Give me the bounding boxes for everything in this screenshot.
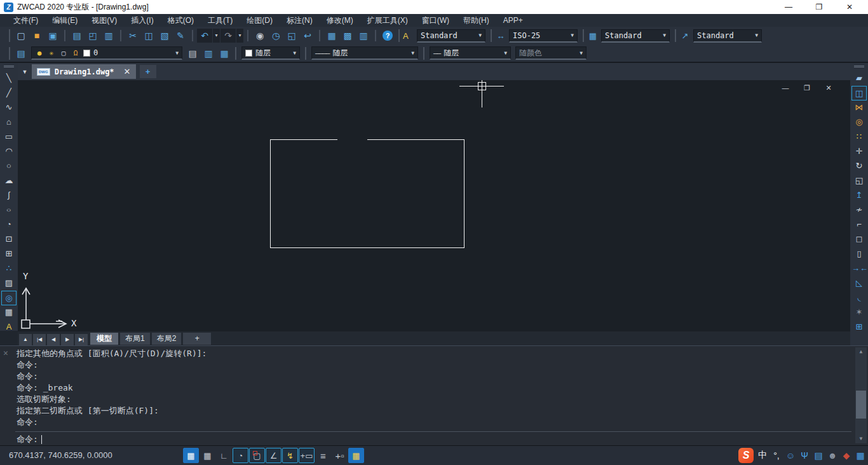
arc-icon[interactable]: ◠: [1, 144, 17, 159]
print-icon[interactable]: ▤: [69, 29, 85, 43]
menu-express-tools[interactable]: 扩展工具(X): [360, 14, 415, 27]
rectangle-entity-top-right-segment[interactable]: [367, 139, 464, 140]
plot-icon[interactable]: ▥: [101, 29, 116, 43]
ime-chinese-mode-icon[interactable]: 中: [757, 450, 768, 461]
layer-combo[interactable]: ● ✳ ▢ Ω 0 ▼: [31, 46, 182, 60]
erase-icon[interactable]: ▰: [851, 71, 867, 86]
scroll-up-icon[interactable]: ▲: [855, 347, 867, 356]
dyn-input-toggle[interactable]: ↯: [282, 448, 298, 463]
layer-manager-icon[interactable]: ▤: [13, 48, 29, 59]
doc-list-caret-icon[interactable]: ▼: [19, 69, 31, 75]
stretch-icon[interactable]: ↥: [851, 188, 867, 203]
mtext-icon[interactable]: A: [1, 320, 17, 335]
drawing-viewport[interactable]: —❐✕ Y X: [18, 80, 850, 331]
linetype-combo[interactable]: ———— 随层 ▼: [311, 46, 418, 60]
tab-new-layout[interactable]: +: [183, 333, 211, 345]
tab-layout1[interactable]: 布局1: [120, 333, 150, 345]
line-icon[interactable]: ╲: [1, 71, 17, 86]
status-menu-button[interactable]: ≡: [315, 448, 331, 463]
menu-app-plus[interactable]: APP+: [496, 14, 530, 27]
layer-previous-icon[interactable]: ▥: [201, 46, 216, 60]
properties-palette-icon[interactable]: ▦: [324, 29, 339, 43]
prev-tab-button[interactable]: ◀: [47, 334, 60, 345]
ime-skin-icon[interactable]: ◆: [841, 450, 851, 461]
menu-dimension[interactable]: 标注(N): [280, 14, 320, 27]
tab-model[interactable]: 模型: [90, 333, 118, 345]
rectangle-entity-right-edge[interactable]: [464, 139, 465, 247]
point-icon[interactable]: ∴: [1, 261, 17, 276]
polar-toggle[interactable]: ◔: [233, 448, 248, 463]
ellipse-icon[interactable]: ○: [1, 205, 17, 216]
scale-icon[interactable]: ◱: [851, 174, 867, 188]
otrack-toggle[interactable]: ∠: [266, 448, 281, 463]
ellipse-arc-icon[interactable]: ◔: [1, 218, 17, 232]
rectangle-entity-left-edge[interactable]: [270, 139, 271, 247]
save-file-icon[interactable]: ▣: [45, 29, 60, 43]
scrollbar-thumb[interactable]: [856, 391, 866, 419]
ime-keyboard-icon[interactable]: ▤: [813, 450, 824, 461]
revision-cloud-icon[interactable]: ☁: [1, 174, 17, 188]
first-tab-button[interactable]: |◀: [33, 334, 46, 345]
command-close-icon[interactable]: ✕: [3, 348, 8, 357]
make-block-icon[interactable]: ⊞: [1, 247, 17, 261]
annotation-scale-toggle[interactable]: ▦: [348, 448, 364, 463]
document-close-icon[interactable]: ✕: [124, 67, 131, 76]
join-icon[interactable]: →←: [851, 261, 867, 276]
drawing-restore-button[interactable]: ❐: [803, 84, 811, 92]
rectangle-icon[interactable]: ▭: [1, 130, 17, 144]
copy-clip-icon[interactable]: ◫: [141, 29, 156, 43]
redo-dropdown-icon[interactable]: ▾: [236, 29, 243, 43]
scroll-down-icon[interactable]: ▼: [855, 434, 867, 443]
zoom-previous-icon[interactable]: ↩: [300, 29, 315, 43]
document-tab[interactable]: DWG Drawing1.dwg* ✕: [32, 64, 136, 79]
menu-view[interactable]: 视图(V): [85, 14, 124, 27]
menu-window[interactable]: 窗口(W): [415, 14, 456, 27]
text-style-combo[interactable]: Standard ▼: [417, 29, 485, 43]
snap-toggle[interactable]: ▦: [183, 448, 199, 463]
make-object-layer-current-icon[interactable]: ▤: [185, 46, 200, 60]
ime-toolbox-icon[interactable]: ▦: [855, 450, 865, 461]
hatch-icon[interactable]: ▨: [1, 276, 17, 291]
drawing-minimize-button[interactable]: —: [782, 84, 789, 92]
add-scale-button[interactable]: +▫: [332, 448, 348, 463]
menu-tools[interactable]: 工具(T): [201, 14, 240, 27]
offset-icon[interactable]: ◎: [851, 115, 867, 130]
command-input[interactable]: 命令:: [17, 434, 42, 445]
region-icon[interactable]: ◎: [1, 291, 17, 305]
ortho-toggle[interactable]: ∟: [216, 448, 232, 463]
tab-layout2[interactable]: 布局2: [152, 333, 182, 345]
paste-icon[interactable]: ▧: [157, 29, 172, 43]
menu-modify[interactable]: 修改(M): [320, 14, 360, 27]
help-icon[interactable]: ?: [383, 31, 393, 41]
ime-emoji-icon[interactable]: ☺: [785, 450, 796, 461]
plotstyle-combo[interactable]: 随颜色 ▼: [515, 46, 587, 60]
explode-icon[interactable]: ✶: [851, 305, 867, 320]
grid-toggle[interactable]: ▦: [200, 448, 215, 463]
zoom-window-icon[interactable]: ◱: [284, 29, 299, 43]
redo-icon[interactable]: ↷: [220, 29, 236, 43]
menu-file[interactable]: 文件(F): [6, 14, 45, 27]
lineweight-combo[interactable]: —— 随层 ▼: [430, 46, 511, 60]
ime-account-icon[interactable]: ☻: [827, 450, 837, 461]
rotate-icon[interactable]: ↻: [851, 159, 867, 174]
menu-help[interactable]: 帮助(H): [456, 14, 496, 27]
new-document-button[interactable]: +: [140, 65, 156, 78]
print-preview-icon[interactable]: ◰: [85, 29, 100, 43]
polyline-icon[interactable]: ∿: [1, 101, 17, 115]
break-at-point-icon[interactable]: ◻: [851, 232, 867, 247]
undo-dropdown-icon[interactable]: ▾: [213, 29, 220, 43]
open-file-icon[interactable]: ■: [29, 29, 44, 43]
menu-format[interactable]: 格式(O): [161, 14, 201, 27]
construction-line-icon[interactable]: ╱: [1, 86, 17, 101]
ime-voice-icon[interactable]: Ψ: [799, 450, 810, 461]
tool-palettes-icon[interactable]: ▥: [356, 29, 371, 43]
ime-punctuation-icon[interactable]: °,: [771, 450, 782, 461]
move-icon[interactable]: ✛: [851, 144, 867, 159]
format-painter-icon[interactable]: ✎: [173, 29, 188, 43]
last-tab-button[interactable]: ▶|: [75, 334, 88, 345]
menu-draw[interactable]: 绘图(D): [240, 14, 280, 27]
menu-insert[interactable]: 插入(I): [124, 14, 160, 27]
pan-icon[interactable]: ◉: [252, 29, 268, 43]
table-icon[interactable]: ▦: [1, 305, 17, 320]
copy-icon[interactable]: ◫: [851, 86, 867, 101]
